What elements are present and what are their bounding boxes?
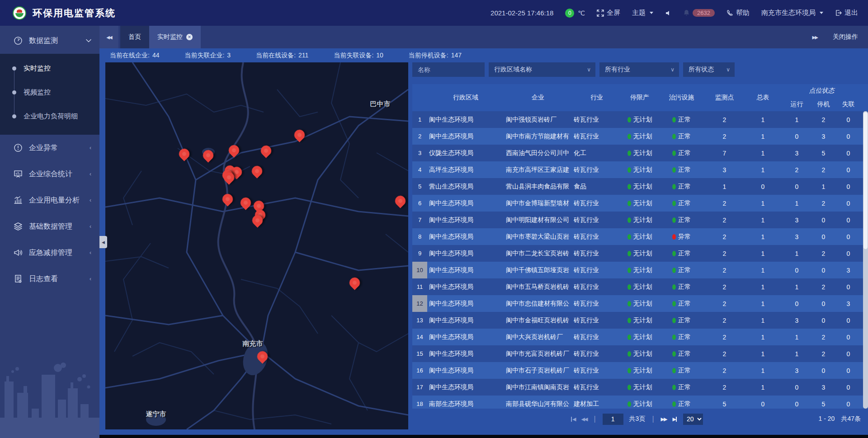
sidebar-item-enterprise-statistics[interactable]: 企业综合统计 ‹	[0, 161, 99, 187]
table-row[interactable]: 15阆中生态环境局阆中市光富页岩机砖厂砖瓦行业无计划正常21120	[412, 345, 868, 362]
stat-item: 当前失联企业:3	[184, 52, 231, 60]
status-dot-icon	[627, 268, 631, 273]
stop-status: 无计划	[622, 333, 658, 341]
tab-realtime-monitoring[interactable]: 实时监控 ✕	[149, 26, 201, 48]
stat-item: 当前在线设备:211	[256, 52, 308, 60]
fullscreen-button[interactable]: 全屏	[597, 9, 620, 17]
facility-status: 正常	[658, 300, 705, 308]
sidebar-item-power-usage-analysis[interactable]: 企业用电量分析 ‹	[0, 187, 99, 213]
region-filter-select[interactable]: 行政区域名称 ∨	[489, 62, 595, 77]
table-row[interactable]: 10阆中生态环境局阆中千佛镇五郎垭页岩砖瓦行业无计划正常21003	[412, 262, 868, 278]
last-page-button[interactable]: ▶	[672, 416, 677, 422]
table-scrollbar[interactable]	[863, 111, 868, 409]
top-header: 环保用电监管系统 2021-02-25 17:46:18 0 ℃ 全屏 主题 2…	[0, 0, 868, 26]
sidebar-item-power-load-detail[interactable]: 企业电力负荷明细	[0, 104, 99, 128]
table-row[interactable]: 16阆中生态环境局阆中市石子页岩机砖厂砖瓦行业无计划正常21300	[412, 362, 868, 379]
sound-button[interactable]	[665, 10, 671, 16]
table-row[interactable]: 8阆中生态环境局阆中市枣碧大梁山页岩砖瓦行业无计划异常21300	[412, 228, 868, 245]
sidebar-collapse-handle[interactable]: ◀	[99, 236, 107, 248]
theme-dropdown[interactable]: 主题	[632, 9, 653, 17]
help-button[interactable]: 帮助	[726, 9, 750, 17]
table-row[interactable]: 18南部生态环境局南部县砚华山河有限公建材加工无计划正常50050	[412, 396, 868, 409]
col-run: 运行	[782, 98, 811, 111]
table-row[interactable]: 6阆中生态环境局阆中市金博瑞新型墙材砖瓦行业无计划正常21120	[412, 195, 868, 212]
tab-home[interactable]: 首页	[120, 26, 149, 48]
table-row[interactable]: 1阆中生态环境局阆中强锐页岩砖厂砖瓦行业无计划正常21120	[412, 111, 868, 128]
table-row[interactable]: 4高坪生态环境局南充市高坪区王家店建砖瓦行业无计划正常31220	[412, 161, 868, 178]
row-number: 5	[412, 178, 427, 195]
status-filter-select[interactable]: 所有状态 ∨	[683, 62, 735, 77]
chevron-left-icon: ‹	[90, 276, 91, 282]
prev-page-button[interactable]: ◀◀	[581, 416, 587, 422]
facility-status: 正常	[658, 367, 705, 375]
table-row[interactable]: 14阆中生态环境局阆中大兴页岩机砖厂砖瓦行业无计划正常21120	[412, 329, 868, 345]
stop-status: 无计划	[622, 250, 658, 258]
row-number: 4	[412, 161, 427, 178]
page-size-select[interactable]: 20	[683, 414, 703, 425]
sidebar-item-realtime-monitoring[interactable]: 实时监控	[0, 57, 99, 80]
status-dot-icon	[627, 301, 631, 306]
logout-button[interactable]: 退出	[835, 9, 858, 17]
sidebar-item-video-monitoring[interactable]: 视频监控	[0, 80, 99, 104]
stop-status: 无计划	[622, 233, 658, 241]
table-row[interactable]: 13阆中生态环境局阆中市金福旺页岩机砖砖瓦行业无计划正常21300	[412, 312, 868, 329]
name-filter-input[interactable]	[418, 66, 479, 73]
tabs-scroll-right-button[interactable]: ▶▶	[812, 35, 817, 40]
table-row[interactable]: 9阆中生态环境局阆中市二龙长宝页岩砖砖瓦行业无计划正常21120	[412, 245, 868, 262]
chevron-down-icon: ∨	[726, 66, 730, 73]
gauge-icon	[14, 36, 23, 45]
notifications[interactable]: 2632	[683, 9, 715, 17]
scrollbar-thumb[interactable]	[863, 112, 868, 249]
status-dot-icon	[672, 351, 676, 357]
bottom-strip	[99, 435, 868, 438]
stop-status: 无计划	[622, 400, 658, 408]
first-page-button[interactable]: ◀	[571, 416, 575, 422]
row-number: 7	[412, 212, 427, 228]
name-filter-field[interactable]	[412, 62, 485, 77]
status-dot-icon	[627, 385, 631, 390]
table-row[interactable]: 7阆中生态环境局阆中明阳建材有限公司砖瓦行业无计划正常21300	[412, 212, 868, 228]
sidebar-item-data-monitoring[interactable]: 数据监测	[0, 28, 99, 54]
phone-icon	[726, 9, 733, 16]
chevron-down-icon	[86, 39, 91, 42]
industry-filter-select[interactable]: 所有行业 ∨	[599, 62, 679, 77]
bullet-icon	[12, 90, 16, 94]
table-header: 行政区域 企业 行业 停限产 治污设施 监测点 总表 点位状态 运行 停机 失联	[412, 84, 868, 111]
sidebar-item-base-data-management[interactable]: 基础数据管理 ‹	[0, 213, 99, 240]
map-panel[interactable]: 巴中市南充市遂宁市	[105, 62, 408, 429]
next-page-button[interactable]: ▶▶	[661, 416, 667, 422]
bullet-icon	[12, 66, 16, 71]
page-number-input[interactable]	[603, 414, 623, 425]
layers-icon	[14, 222, 23, 231]
sidebar-item-log-view[interactable]: 日志查看 ‹	[0, 266, 99, 292]
row-number: 9	[412, 245, 427, 262]
status-dot-icon	[672, 334, 676, 340]
stop-status: 无计划	[622, 199, 658, 207]
table-row[interactable]: 17阆中生态环境局阆中市江南镇阆南页岩砖瓦行业无计划正常21030	[412, 379, 868, 396]
user-dropdown[interactable]: 南充市生态环境局	[761, 9, 823, 17]
skyline-decoration	[0, 354, 99, 438]
col-group-point-status: 点位状态	[782, 84, 861, 98]
table-row[interactable]: 12阆中生态环境局阆中市忠信建材有限公砖瓦行业无计划正常21003	[412, 295, 868, 312]
col-lost: 失联	[835, 98, 861, 111]
sidebar-item-enterprise-abnormal[interactable]: 企业异常 ‹	[0, 135, 99, 161]
col-points: 监测点	[705, 84, 744, 111]
table-row[interactable]: 5营山生态环境局营山县润丰肉食品有限食品无计划正常10010	[412, 178, 868, 195]
col-company: 企业	[504, 84, 572, 111]
row-number: 15	[412, 345, 427, 362]
close-operations-button[interactable]: 关闭操作	[833, 33, 858, 41]
status-dot-icon	[627, 251, 631, 256]
row-number: 10	[412, 262, 427, 278]
table-row[interactable]: 11阆中生态环境局阆中市五马桥页岩机砖砖瓦行业无计划正常21120	[412, 278, 868, 295]
table-row[interactable]: 2阆中生态环境局阆中市南方节能建材有砖瓦行业无计划正常21030	[412, 128, 868, 145]
sidebar-item-emergency-reduction[interactable]: 应急减排管理 ‹	[0, 240, 99, 266]
tabs-scroll-left-button[interactable]: ◀◀	[99, 26, 118, 48]
stop-status: 无计划	[622, 266, 658, 274]
stop-status: 无计划	[622, 350, 658, 358]
status-dot-icon	[672, 234, 676, 240]
col-industry: 行业	[572, 84, 622, 111]
close-tab-icon[interactable]: ✕	[186, 34, 193, 40]
table-row[interactable]: 3仪陇生态环境局西南油气田分公司川中化工无计划正常71350	[412, 145, 868, 161]
alert-circle-icon	[14, 143, 23, 152]
facility-status: 正常	[658, 316, 705, 325]
